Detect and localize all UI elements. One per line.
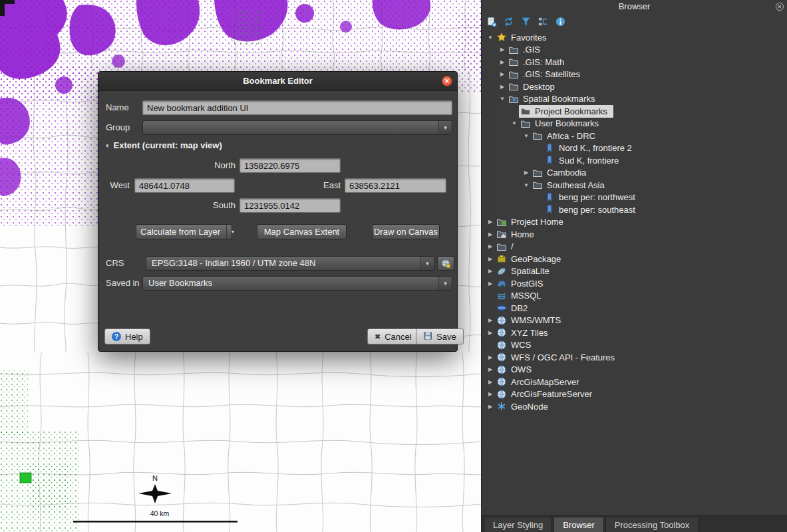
chevron-right-icon[interactable]: ▶ <box>486 268 495 274</box>
cancel-button[interactable]: ✖ Cancel <box>367 329 419 344</box>
saved-in-label: Saved in <box>106 276 140 291</box>
saved-in-combobox[interactable]: User Bookmarks ▾ <box>142 276 452 291</box>
map-canvas-extent-button[interactable]: Map Canvas Extent <box>257 224 347 239</box>
tree-item-spatialite[interactable]: ▶SpatiaLite <box>482 265 787 278</box>
tree-item-item[interactable]: ▶/ <box>482 241 787 253</box>
south-input[interactable] <box>239 198 341 213</box>
draw-on-canvas-button[interactable]: Draw on Canvas <box>372 224 440 239</box>
tree-item-project-home[interactable]: ▶Project Home <box>482 216 787 229</box>
collapse-all-icon[interactable] <box>537 15 550 28</box>
crs-globe-icon <box>440 258 451 269</box>
tree-item-label: Sud K, frontiere <box>559 156 619 166</box>
chevron-right-icon[interactable]: ▶ <box>498 71 507 77</box>
filter-browser-icon[interactable] <box>520 15 532 28</box>
tree-item-label: Project Bookmarks <box>535 106 607 116</box>
tree-item-favorites[interactable]: ▼Favorites <box>482 31 787 44</box>
arcgis-map-icon <box>496 376 507 387</box>
tree-item-xyz-tiles[interactable]: ▶XYZ Tiles <box>482 327 787 339</box>
save-icon <box>423 331 432 342</box>
add-selected-layers-icon[interactable] <box>485 15 498 28</box>
tree-item-label: Project Home <box>511 217 563 227</box>
tree-item-home[interactable]: ▶Home <box>482 228 787 241</box>
tree-item-desktop[interactable]: ▶Desktop <box>482 80 787 93</box>
tree-item-geopackage[interactable]: ▶GeoPackage <box>482 253 787 265</box>
crs-value: EPSG:3148 - Indian 1960 / UTM zone 48N <box>152 258 315 268</box>
draw-on-canvas-label: Draw on Canvas <box>374 227 438 237</box>
tree-item-label: SpatiaLite <box>511 266 550 276</box>
chevron-right-icon[interactable]: ▶ <box>486 404 495 410</box>
tree-item-geonode[interactable]: ▶GeoNode <box>482 400 787 413</box>
tree-item-db2[interactable]: DB2 <box>482 302 787 315</box>
crs-combobox[interactable]: EPSG:3148 - Indian 1960 / UTM zone 48N ▾ <box>146 256 434 271</box>
east-input[interactable] <box>345 178 446 193</box>
chevron-right-icon[interactable]: ▶ <box>486 281 495 287</box>
chevron-right-icon[interactable]: ▶ <box>486 330 495 336</box>
north-input[interactable] <box>239 158 341 173</box>
tab-processing-toolbox[interactable]: Processing Toolbox <box>605 517 699 532</box>
tree-item-mssql[interactable]: MSSQL <box>482 290 787 303</box>
tree-item-africa-drc[interactable]: ▼Africa - DRC <box>482 130 787 142</box>
chevron-right-icon[interactable]: ▶ <box>486 354 495 360</box>
chevron-right-icon[interactable]: ▶ <box>498 59 507 65</box>
tree-item-beng-per-southeast[interactable]: beng per: southeast <box>482 203 787 216</box>
chevron-down-icon[interactable]: ▼ <box>486 35 495 41</box>
tree-item-nord-k-frontiere-2[interactable]: Nord K., frontiere 2 <box>482 142 787 155</box>
save-button[interactable]: Save <box>416 329 464 344</box>
chevron-right-icon[interactable]: ▶ <box>486 317 495 323</box>
chevron-right-icon[interactable]: ▶ <box>486 391 495 397</box>
help-button[interactable]: ? Help <box>104 329 150 344</box>
tree-item-arcgisfeatureserver[interactable]: ▶ArcGisFeatureServer <box>482 388 787 401</box>
tree-item-arcgismapserver[interactable]: ▶ArcGisMapServer <box>482 376 787 388</box>
tree-item-project-bookmarks[interactable]: Project Bookmarks <box>482 105 787 118</box>
chevron-right-icon[interactable]: ▶ <box>498 47 507 53</box>
tree-item-sud-k-frontiere[interactable]: Sud K, frontiere <box>482 154 787 167</box>
chevron-right-icon[interactable]: ▶ <box>498 84 507 90</box>
tree-item-cambodia[interactable]: ▶Cambodia <box>482 167 787 180</box>
group-combobox[interactable]: ▾ <box>142 120 452 135</box>
show-properties-icon[interactable] <box>554 15 567 28</box>
panel-close-button[interactable] <box>774 1 784 11</box>
tree-item-wfs-ogc-api-features[interactable]: ▶WFS / OGC API - Features <box>482 351 787 364</box>
select-crs-button[interactable] <box>437 256 454 271</box>
tree-item-gis-math[interactable]: ▶.GIS: Math <box>482 56 787 68</box>
chevron-right-icon[interactable]: ▶ <box>486 231 495 237</box>
tab-layer-styling[interactable]: Layer Styling <box>484 517 552 532</box>
chevron-right-icon[interactable]: ▶ <box>486 256 495 262</box>
chevron-right-icon[interactable]: ▶ <box>486 243 495 249</box>
chevron-down-icon[interactable]: ▼ <box>522 133 531 139</box>
tree-item-ows[interactable]: ▶OWS <box>482 364 787 376</box>
name-input[interactable] <box>142 100 452 115</box>
extent-section-header[interactable]: ▾ Extent (current: map view) <box>106 140 222 150</box>
chevron-down-icon[interactable]: ▼ <box>510 120 519 126</box>
chevron-right-icon[interactable]: ▶ <box>486 366 495 372</box>
tree-item-spatial-bookmarks[interactable]: ▼Spatial Bookmarks <box>482 93 787 106</box>
chevron-down-icon[interactable]: ▼ <box>522 182 531 188</box>
chevron-right-icon[interactable]: ▶ <box>486 379 495 385</box>
folder-icon <box>508 81 519 92</box>
wcs-icon <box>496 340 507 350</box>
west-input[interactable] <box>134 178 235 193</box>
folder-icon <box>520 106 531 116</box>
tree-item-gis-satellites[interactable]: ▶.GIS: Satellites <box>482 68 787 81</box>
calculate-from-layer-button[interactable]: Calculate from Layer ▾ <box>136 224 232 239</box>
tree-item-wms-wmts[interactable]: ▶WMS/WMTS <box>482 315 787 327</box>
tab-browser[interactable]: Browser <box>553 517 604 532</box>
chevron-right-icon[interactable]: ▶ <box>522 170 531 176</box>
tree-item-content: beng per: southeast <box>543 203 641 216</box>
chevron-down-icon[interactable]: ▼ <box>498 96 507 102</box>
tree-item-label: Southeast Asia <box>547 180 605 190</box>
tree-item-postgis[interactable]: ▶PostGIS <box>482 277 787 290</box>
tree-item-beng-per-northwest[interactable]: beng per: northwest <box>482 192 787 204</box>
dialog-titlebar[interactable]: Bookmark Editor ✕ <box>98 72 457 91</box>
chevron-right-icon[interactable]: ▶ <box>486 219 495 225</box>
tree-item-content: WCS <box>495 339 537 352</box>
tree-item-gis[interactable]: ▶.GIS <box>482 44 787 57</box>
tree-item-wcs[interactable]: WCS <box>482 339 787 352</box>
tree-item-southeast-asia[interactable]: ▼Southeast Asia <box>482 179 787 192</box>
folder-icon <box>508 57 519 67</box>
tree-item-user-bookmarks[interactable]: ▼User Bookmarks <box>482 118 787 130</box>
dropdown-arrow-icon[interactable]: ▾ <box>226 225 234 239</box>
spatialite-icon <box>496 266 507 277</box>
refresh-icon[interactable] <box>502 15 515 28</box>
dialog-close-button[interactable]: ✕ <box>442 76 452 86</box>
